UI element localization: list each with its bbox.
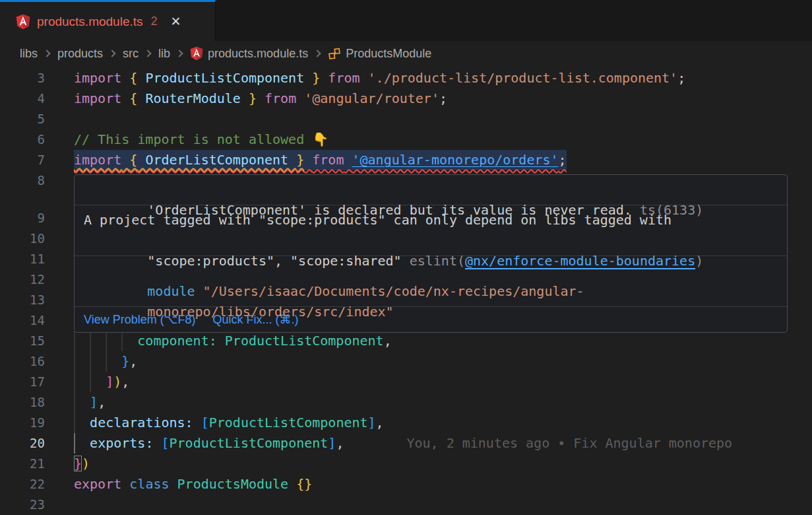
code-text: exports: [ProductListComponent],You, 2 m…	[74, 433, 732, 454]
code-token	[74, 353, 121, 369]
code-token: ProductListComponent	[170, 435, 328, 451]
code-line[interactable]: 17 ]),	[0, 372, 812, 392]
code-token: ;	[439, 90, 447, 106]
code-token	[170, 476, 177, 492]
code-token: class	[129, 476, 169, 492]
line-number[interactable]: 12	[0, 269, 45, 290]
code-line[interactable]: 6// This import is not allowed 👇	[0, 129, 812, 150]
code-token: ]	[90, 394, 98, 410]
code-token: RouterModule	[137, 90, 249, 106]
code-token: ]	[368, 415, 376, 430]
line-number[interactable]: 6	[0, 129, 45, 150]
hover-ts-diagnostic: 'OrderListComponent' is declared but its…	[75, 175, 787, 205]
indent-guide	[90, 351, 91, 372]
code-token	[304, 152, 312, 168]
code-token: 👇	[312, 131, 328, 147]
tab-bar: products.module.ts 2 ✕	[0, 0, 812, 41]
code-token	[344, 152, 352, 168]
view-problem-action[interactable]: View Problem (⌥F8)	[84, 312, 195, 327]
line-number[interactable]: 17	[0, 372, 45, 392]
line-number[interactable]: 5	[0, 109, 45, 129]
close-icon[interactable]: ✕	[171, 14, 181, 29]
code-token	[288, 476, 296, 492]
code-line[interactable]: 20 exports: [ProductListComponent],You, …	[0, 433, 812, 454]
code-line[interactable]: 18 ],	[0, 392, 812, 413]
code-token	[74, 415, 90, 430]
angular-icon	[16, 14, 30, 30]
code-token: ProductListComponent	[137, 70, 312, 86]
line-number[interactable]: 21	[0, 454, 45, 474]
line-number[interactable]: 23	[0, 495, 45, 515]
code-token: // This import is not allowed	[74, 131, 312, 147]
code-token: export	[74, 476, 121, 492]
code-line[interactable]: 3import { ProductListComponent } from '.…	[0, 68, 812, 88]
code-token	[74, 394, 90, 410]
error-highlighted-code: import { OrderListComponent } from '@ang…	[74, 150, 567, 170]
eslint-source-open: eslint(	[410, 253, 465, 269]
code-text: declarations: [ProductListComponent],	[74, 413, 384, 433]
code-line[interactable]: 22export class ProductsModule {}	[0, 474, 812, 495]
code-line[interactable]: 19 declarations: [ProductListComponent],	[0, 413, 812, 433]
tab-products-module[interactable]: products.module.ts 2 ✕	[0, 0, 216, 41]
code-token: ,	[336, 435, 344, 451]
code-token: ;	[559, 152, 567, 168]
code-token: OrderListComponent	[137, 152, 296, 168]
code-line[interactable]: 21})	[0, 454, 812, 474]
line-number[interactable]: 13	[0, 290, 45, 310]
eslint-message-line2: "scope:products", "scope:shared"	[147, 253, 409, 269]
line-number[interactable]: 20	[0, 433, 45, 454]
code-token: from	[328, 70, 359, 86]
code-token: '@angular/router'	[304, 90, 439, 106]
code-line[interactable]: 4import { RouterModule } from '@angular/…	[0, 88, 812, 109]
line-number[interactable]: 4	[0, 88, 45, 109]
code-token: ]	[328, 435, 336, 451]
code-token: ,	[376, 415, 384, 430]
code-token: }	[121, 353, 129, 369]
code-editor: 3import { ProductListComponent } from '.…	[0, 68, 812, 515]
breadcrumb-item-file[interactable]: products.module.ts	[190, 46, 308, 61]
code-text: ],	[74, 392, 106, 413]
code-line[interactable]: 16 },	[0, 351, 812, 372]
eslint-rule-link[interactable]: @nx/enforce-module-boundaries	[465, 253, 695, 269]
code-token: from	[312, 152, 344, 168]
indent-guide	[74, 392, 75, 413]
tab-title: products.module.ts	[37, 15, 143, 29]
code-token	[257, 90, 265, 106]
breadcrumb-item-src[interactable]: src	[123, 47, 139, 61]
code-line[interactable]: 5	[0, 109, 812, 129]
code-token: ,	[384, 333, 392, 349]
line-number[interactable]: 19	[0, 413, 45, 433]
code-token	[320, 70, 328, 86]
code-line[interactable]: 23	[0, 495, 812, 515]
code-line[interactable]: 7import { OrderListComponent } from '@an…	[0, 150, 812, 170]
breadcrumb-item-lib[interactable]: lib	[158, 47, 170, 61]
quick-fix-action[interactable]: Quick Fix... (⌘.)	[212, 312, 298, 327]
code-token	[360, 70, 368, 86]
line-number[interactable]: 15	[0, 331, 45, 351]
line-number[interactable]: 8	[0, 170, 45, 191]
code-text: import { RouterModule } from '@angular/r…	[74, 88, 447, 109]
git-blame-annotation: You, 2 minutes ago • Fix Angular monorep…	[406, 435, 732, 451]
code-token: ]	[106, 374, 113, 390]
line-number[interactable]: 14	[0, 310, 45, 331]
module-specifier-link[interactable]: '@angular-monorepo/orders'	[352, 152, 558, 168]
line-number[interactable]: 16	[0, 351, 45, 372]
line-number[interactable]: 18	[0, 392, 45, 413]
secondary-squiggle-segment: import { OrderListComponent }	[74, 152, 304, 168]
code-text: },	[74, 351, 137, 372]
code-token: }	[74, 456, 82, 471]
line-number[interactable]: 22	[0, 474, 45, 495]
angular-icon	[190, 46, 203, 61]
breadcrumb-item-products[interactable]: products	[57, 47, 103, 61]
code-text: export class ProductsModule {}	[74, 474, 312, 495]
breadcrumb-item-symbol[interactable]: ProductsModule	[328, 47, 431, 61]
breadcrumb: libs products src lib products.module.ts…	[0, 41, 812, 66]
line-number[interactable]: 9	[0, 208, 45, 228]
line-number[interactable]: 3	[0, 68, 45, 88]
line-number[interactable]: 11	[0, 249, 45, 269]
line-number[interactable]: 7	[0, 150, 45, 170]
line-number[interactable]: 10	[0, 228, 45, 249]
code-token: )	[113, 374, 121, 390]
code-token: import	[74, 152, 121, 168]
breadcrumb-item-libs[interactable]: libs	[20, 47, 38, 61]
